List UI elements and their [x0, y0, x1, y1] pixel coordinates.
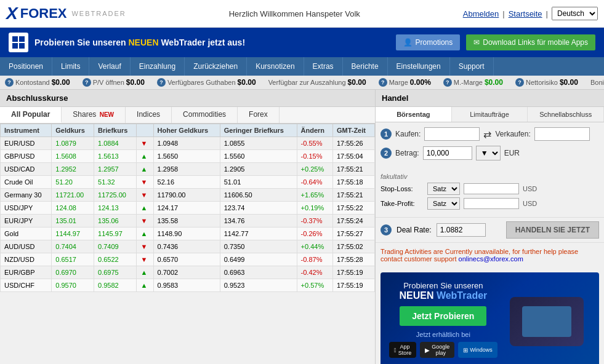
right-panel: Handel Börsentag Limitaufträge Schnellab… [376, 90, 604, 364]
appstore-button[interactable]:  App Store [389, 342, 416, 358]
step-1: 1 [381, 129, 392, 140]
table-row[interactable]: NZD/USD 0.6517 0.6522 ▼ 0.6570 0.6499 -0… [1, 253, 375, 266]
table-row[interactable]: USD/JPY 124.08 124.13 ▲ 124.17 123.74 +0… [1, 202, 375, 215]
optional-section: fakultativ Stop-Loss: Satz USD Take-Prof… [376, 170, 604, 217]
cell-time: 17:55:19 [332, 266, 374, 279]
logout-link[interactable]: Abmelden [463, 9, 499, 18]
cell-change: -0.37% [297, 215, 332, 228]
promotions-button[interactable]: 👤 Promotions [396, 34, 461, 50]
nav-extras[interactable]: Extras [304, 57, 343, 76]
cell-instrument: Gold [1, 228, 52, 240]
info-icon-2: ? [83, 78, 91, 87]
stop-loss-select[interactable]: Satz [427, 183, 460, 195]
stop-loss-input[interactable] [464, 183, 519, 194]
cell-high: 0.7436 [153, 240, 220, 253]
take-profit-select[interactable]: Satz [427, 197, 460, 210]
tab-all-popular[interactable]: All Popular [0, 107, 62, 123]
betrag-input[interactable] [423, 146, 472, 160]
boni-label: Boni [590, 79, 604, 86]
table-row[interactable]: EUR/GBP 0.6970 0.6975 ▲ 0.7002 0.6963 -0… [1, 266, 375, 279]
account-verfugbar: ? Verfügbares Guthaben $0.00 [157, 78, 256, 87]
home-link[interactable]: Startseite [509, 9, 542, 18]
jetzt-probieren-button[interactable]: Jetzt Probieren [400, 306, 486, 326]
optional-label: fakultativ [381, 173, 599, 180]
take-profit-input[interactable] [464, 198, 519, 209]
promo-banner: Probieren Sie unseren NEUEN WebTrader Je… [381, 272, 599, 364]
table-row[interactable]: USD/CHF 0.9570 0.9582 ▲ 0.9583 0.9523 +0… [1, 279, 375, 292]
cell-bid: 11721.00 [52, 189, 94, 202]
tab-shares[interactable]: Shares NEW [62, 107, 126, 123]
cell-change: -0.26% [297, 228, 332, 240]
table-row[interactable]: GBP/USD 1.5608 1.5613 ▲ 1.5650 1.5560 -0… [1, 150, 375, 163]
take-profit-currency: USD [523, 200, 537, 207]
deal-rate-input[interactable] [437, 223, 486, 237]
table-row[interactable]: Crude Oil 51.20 51.32 ▼ 52.16 51.01 -0.6… [1, 176, 375, 189]
nav-support[interactable]: Support [450, 57, 494, 76]
googleplay-button[interactable]: ▶ Google play [420, 342, 454, 358]
table-row[interactable]: EUR/JPY 135.01 135.06 ▼ 135.58 134.76 -0… [1, 215, 375, 228]
nav-einstellungen[interactable]: Einstellungen [388, 57, 450, 76]
account-boni: Boni $0.00 [590, 78, 604, 87]
banner-text: Probieren Sie unseren NEUEN WebTrader je… [34, 38, 245, 47]
cell-low: 1.5560 [220, 150, 297, 163]
info-icon-1: ? [5, 78, 14, 87]
kaufen-label: Kaufen: [395, 130, 421, 138]
handeln-button[interactable]: HANDELN SIE JETZT [506, 221, 599, 239]
banner-icon [9, 33, 28, 52]
cell-high: 0.9583 [153, 279, 220, 292]
account-mmarge: ? M.-Marge $0.00 [443, 78, 503, 87]
nav-zuruck[interactable]: Zurückziehen [185, 57, 247, 76]
tab-commodities[interactable]: Commodities [172, 107, 238, 123]
nav-positionen[interactable]: Positionen [0, 57, 52, 76]
cell-ask: 51.32 [94, 176, 137, 189]
cell-instrument: GBP/USD [1, 150, 52, 163]
table-row[interactable]: Germany 30 11721.00 11725.00 ▼ 11790.00 … [1, 189, 375, 202]
table-row[interactable]: EUR/USD 1.0879 1.0884 ▼ 1.0948 1.0855 -0… [1, 137, 375, 150]
cell-instrument: AUD/USD [1, 240, 52, 253]
table-row[interactable]: Gold 1144.97 1145.97 ▲ 1148.90 1142.77 -… [1, 228, 375, 240]
support-email[interactable]: onlinecs@xforex.com [459, 255, 523, 263]
table-row[interactable]: USD/CAD 1.2952 1.2957 ▲ 1.2958 1.2905 +0… [1, 163, 375, 176]
verkaufen-input[interactable] [534, 127, 590, 141]
nav-verlauf[interactable]: Verlauf [89, 57, 130, 76]
header-right: Abmelden | Startseite | Deutsch English [463, 7, 598, 20]
trade-tab-limit[interactable]: Limitaufträge [452, 107, 528, 122]
logo-webtrader: WEBTRADER [71, 10, 126, 17]
windows-button[interactable]: ⊞ Windows [458, 342, 497, 358]
cell-change: +1.65% [297, 189, 332, 202]
trade-tab-schnell[interactable]: Schnellabschluss [528, 107, 604, 122]
swap-icon: ⇄ [483, 129, 491, 140]
price-table: Instrument Geldkurs Briefkurs Hoher Geld… [0, 124, 375, 292]
verfugbar-label: Verfügbares Guthaben [167, 79, 236, 86]
cell-time: 17:55:28 [332, 253, 374, 266]
betrag-select[interactable]: ▼ [476, 146, 501, 160]
googleplay-label: Google play [432, 344, 449, 356]
tab-indices[interactable]: Indices [126, 107, 172, 123]
marge-value: 0.00% [410, 78, 431, 87]
cell-low: 0.7350 [220, 240, 297, 253]
cell-low: 123.74 [220, 202, 297, 215]
nav-limits[interactable]: Limits [52, 57, 89, 76]
cell-change: +0.57% [297, 279, 332, 292]
svg-rect-3 [19, 43, 25, 49]
logo: X FOREX WEBTRADER [6, 4, 126, 23]
cell-bid: 135.01 [52, 215, 94, 228]
nav-kursnotizen[interactable]: Kursnotizen [247, 57, 304, 76]
info-icon-6: ? [515, 78, 524, 87]
nav-einzahlung[interactable]: Einzahlung [131, 57, 185, 76]
tab-forex[interactable]: Forex [238, 107, 280, 123]
cell-time: 17:55:04 [332, 150, 374, 163]
cell-dir: ▲ [137, 279, 153, 292]
trade-tab-borse[interactable]: Börsentag [376, 107, 452, 122]
table-row[interactable]: AUD/USD 0.7404 0.7409 ▼ 0.7436 0.7350 +0… [1, 240, 375, 253]
download-button[interactable]: ✉ Download Links für mobile Apps [466, 34, 595, 50]
cell-instrument: EUR/JPY [1, 215, 52, 228]
kaufen-input[interactable] [424, 127, 480, 141]
nav-berichte[interactable]: Berichte [343, 57, 388, 76]
stop-loss-label: Stop-Loss: [381, 185, 424, 192]
language-select[interactable]: Deutsch English [552, 7, 598, 20]
logo-x: X [6, 4, 18, 23]
col-low: Geringer Briefkurs [220, 124, 297, 137]
cell-time: 17:55:26 [332, 137, 374, 150]
cell-change: -0.15% [297, 150, 332, 163]
